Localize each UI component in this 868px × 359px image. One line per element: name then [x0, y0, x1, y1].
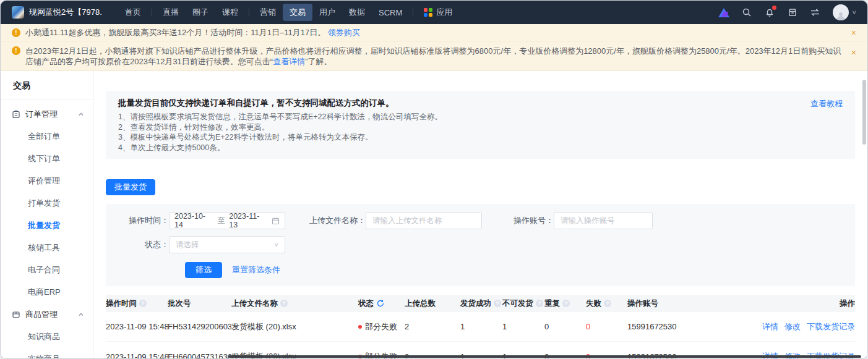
cell-failed: 0 [586, 322, 627, 331]
sidebar-item-offline-orders[interactable]: 线下订单 [1, 148, 93, 170]
sidebar-item-ecommerce-erp[interactable]: 电商ERP [1, 281, 93, 303]
cell-total: 2 [405, 322, 460, 331]
switch-account-icon[interactable] [810, 7, 821, 18]
close-icon[interactable]: × [851, 48, 856, 57]
price-text-after: ”了解。 [305, 57, 332, 66]
header-account: 操作账号 [627, 298, 723, 309]
nav-apps[interactable]: 应用 [417, 4, 459, 21]
status-dot [358, 325, 362, 329]
cell-batch-no: FH660045731636 [168, 352, 231, 359]
header-operation-time: 操作时间? [106, 298, 168, 309]
notice-item: 3、模板中快递单号处格式为E+22科学计数法时，将单元格转为文本保存。 [118, 132, 843, 143]
divider [1, 99, 93, 99]
status-select[interactable]: 请选择 ˅ [169, 236, 285, 253]
refresh-icon[interactable] [377, 300, 384, 307]
nav-trade-active[interactable]: 交易 [283, 4, 312, 21]
filter-button[interactable]: 筛选 [185, 262, 222, 278]
status-label: 状态： [110, 239, 169, 250]
batch-table: 操作时间? 批次号 上传文件名称? 状态 上传总数 发货成功? 不可发货? 重复… [106, 295, 855, 358]
nav-separator [413, 9, 413, 16]
info-icon[interactable]: ? [139, 300, 147, 307]
sidebar-item-physical-products[interactable]: 实物商品 [1, 348, 93, 358]
notice-item: 4、单次上传最大支持5000条。 [118, 143, 843, 153]
operation-account-input[interactable] [554, 212, 653, 229]
sidebar-item-knowledge-products[interactable]: 知识商品 [1, 326, 93, 348]
notification-bell-icon[interactable] [764, 7, 775, 18]
clipboard-icon [12, 110, 20, 119]
date-start-value[interactable]: 2023-10-14 [174, 212, 214, 229]
view-tutorial-link[interactable]: 查看教程 [810, 98, 843, 109]
horizontal-scrollbar-thumb[interactable] [228, 355, 861, 358]
date-end-value[interactable]: 2023-11-13 [229, 212, 268, 229]
sidebar-item-all-orders[interactable]: 全部订单 [1, 125, 93, 148]
sidebar-title: 交易 [1, 71, 93, 99]
cell-file-name: 发货模板 (20).xlsx [231, 321, 358, 332]
sidebar-item-batch-shipping-active[interactable]: 批量发货 [1, 214, 93, 237]
shop-name[interactable]: 现网蓝悦2号【7978... [29, 7, 102, 18]
coupon-buy-link[interactable]: 领券购买 [328, 28, 360, 37]
header-actions: 操作 [723, 298, 855, 309]
cell-operation-time: 2023-11-09 15:48:33 [106, 322, 168, 331]
shop-icon[interactable] [787, 7, 798, 18]
sidebar-item-review-management[interactable]: 评价管理 [1, 170, 93, 192]
chevron-up-icon [78, 110, 84, 119]
info-icon[interactable]: ? [280, 300, 288, 307]
nav-home[interactable]: 首页 [118, 4, 148, 21]
promo-text: 小鹅通11.11超多优惠，旗舰版最高买3年送12个月！活动时间：11月1日–11… [25, 28, 325, 37]
page-body: 交易 订单管理 全部订单 线下订单 评价管理 打单发货 批量发货 核销工具 电子… [1, 71, 867, 358]
warning-icon: ! [12, 46, 20, 55]
account-menu[interactable]: ˅ [833, 4, 856, 20]
nav-course[interactable]: 课程 [215, 4, 245, 21]
notification-badge [772, 6, 776, 10]
close-icon[interactable]: × [851, 28, 856, 37]
table-header-row: 操作时间? 批次号 上传文件名称? 状态 上传总数 发货成功? 不可发货? 重复… [106, 295, 855, 312]
price-adjustment-banner: ! 自2023年12月1日起，小鹅通将对旗下知识店铺产品进行整体升级，产品价格也… [1, 41, 867, 71]
reset-filters-link[interactable]: 重置筛选条件 [232, 264, 280, 276]
header-failed: 失败? [586, 298, 627, 309]
sidebar-group-product-management[interactable]: 商品管理 [1, 303, 93, 326]
chevron-down-icon: ˅ [853, 9, 856, 16]
date-range-picker[interactable]: 2023-10-14 至 2023-11-13 [169, 212, 285, 229]
sidebar-item-verification-tool[interactable]: 核销工具 [1, 237, 93, 259]
nav-community[interactable]: 圈子 [186, 4, 215, 21]
app-window: 现网蓝悦2号【7978... 首页 直播 圈子 课程 营销 交易 用户 数据 S… [0, 0, 868, 359]
cell-success: 1 [460, 322, 502, 331]
detail-link[interactable]: 详情 [762, 321, 778, 332]
view-details-link[interactable]: 查看详情 [273, 57, 305, 66]
nav-scrm[interactable]: SCRM [372, 5, 409, 20]
nav-live[interactable]: 直播 [156, 4, 186, 21]
batch-ship-button[interactable]: 批量发货 [106, 179, 155, 195]
group-label: 商品管理 [25, 309, 58, 320]
nav-data[interactable]: 数据 [342, 4, 372, 21]
warning-icon: ! [12, 28, 20, 37]
filter-panel: 操作时间： 2023-10-14 至 2023-11-13 上传文件名称： 操作… [106, 204, 855, 286]
price-banner-text: 自2023年12月1日起，小鹅通将对旗下知识店铺产品进行整体升级，产品价格也将进… [25, 46, 844, 67]
notice-box: 批量发货目前仅支持快递订单和自提订单，暂不支持同城配送方式的订单。 1、请按照模… [106, 91, 855, 159]
operation-time-label: 操作时间： [110, 215, 169, 226]
operation-account-label: 操作账号： [505, 215, 554, 226]
vertical-scrollbar-thumb[interactable] [862, 80, 866, 145]
sidebar-item-print-shipping[interactable]: 打单发货 [1, 192, 93, 214]
nav-marketing[interactable]: 营销 [253, 4, 283, 21]
modify-link[interactable]: 修改 [784, 321, 801, 332]
info-icon[interactable]: ? [562, 300, 570, 307]
notice-title: 批量发货目前仅支持快递订单和自提订单，暂不支持同城配送方式的订单。 [118, 98, 843, 109]
nav-users[interactable]: 用户 [312, 4, 342, 21]
sidebar-item-e-contract[interactable]: 电子合同 [1, 259, 93, 281]
calendar-icon[interactable] [272, 217, 280, 225]
upload-file-name-label: 上传文件名称： [301, 215, 366, 226]
primary-nav: 首页 直播 圈子 课程 营销 交易 用户 数据 SCRM 应用 [118, 4, 459, 21]
download-shipping-record-link[interactable]: 下载发货记录 [807, 321, 855, 332]
sidebar: 交易 订单管理 全部订单 线下订单 评价管理 打单发货 批量发货 核销工具 电子… [1, 71, 93, 358]
notice-item: 2、查看发货详情，针对性修改，效率更高。 [118, 122, 843, 133]
upload-file-name-input[interactable] [366, 212, 482, 229]
nav-separator [152, 9, 152, 16]
product-logo-icon[interactable] [718, 7, 729, 18]
sidebar-group-order-management[interactable]: 订单管理 [1, 103, 93, 125]
info-icon[interactable]: ? [536, 300, 543, 307]
info-icon[interactable]: ? [604, 300, 611, 307]
nav-separator [249, 9, 249, 16]
cell-duplicate: 0 [544, 322, 586, 331]
info-icon[interactable]: ? [494, 300, 501, 307]
search-icon[interactable] [741, 7, 752, 18]
